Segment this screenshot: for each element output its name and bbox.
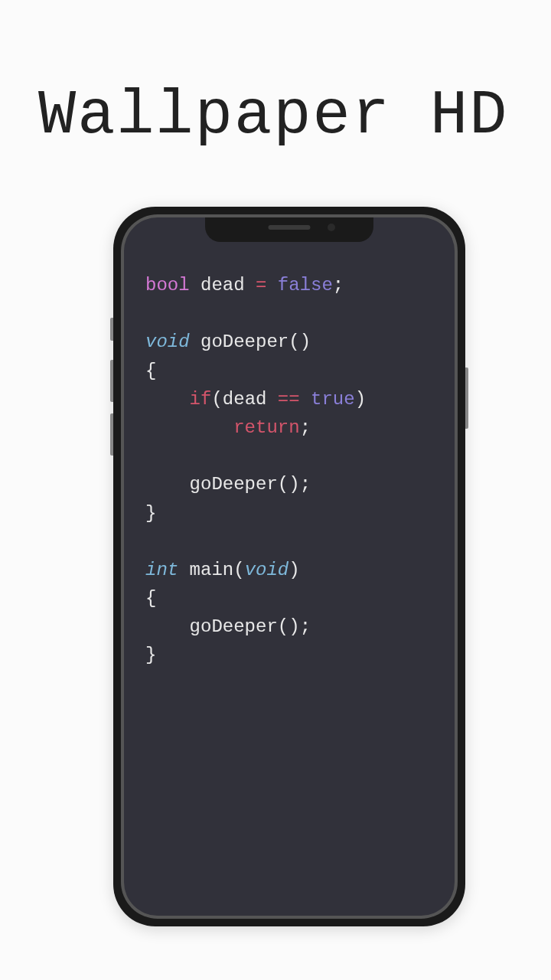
code-cond-close: ) [355,389,366,410]
speaker-icon [269,225,311,230]
code-indent [145,389,190,410]
code-space [266,275,277,296]
code-main-close: ) [289,560,299,580]
code-func-decl: goDeeper() [190,332,311,352]
code-indent [145,474,190,495]
code-indent [145,616,190,637]
code-cond-open: (dead [211,389,277,410]
code-op-eqeq: == [278,389,300,410]
code-keyword-bool: bool [145,275,190,296]
code-literal-false: false [278,275,333,296]
camera-icon [328,224,335,231]
code-wallpaper: bool dead = false; void goDeeper() { if(… [145,271,366,670]
code-ident-dead: dead [190,275,256,296]
code-rbrace: } [145,645,156,665]
code-keyword-if: if [190,389,212,410]
mute-switch [110,318,113,341]
volume-down-button [110,413,113,456]
code-literal-true: true [311,389,355,410]
code-call: goDeeper(); [190,616,311,637]
code-indent [145,417,233,438]
phone-bezel: bool dead = false; void goDeeper() { if(… [121,214,458,919]
code-call: goDeeper(); [190,474,311,495]
code-op-assign: = [256,275,266,296]
code-semi: ; [300,417,311,438]
code-rbrace: } [145,503,156,524]
code-lbrace: { [145,588,156,609]
code-keyword-int: int [145,560,178,580]
code-keyword-void: void [245,560,289,580]
phone-screen: bool dead = false; void goDeeper() { if(… [124,217,455,916]
code-keyword-void: void [145,332,190,352]
power-button [465,368,468,429]
code-lbrace: { [145,361,156,381]
volume-up-button [110,360,113,402]
phone-mockup: bool dead = false; void goDeeper() { if(… [113,207,465,926]
code-keyword-return: return [233,417,299,438]
code-main-open: main( [178,560,244,580]
code-space [300,389,311,410]
code-semi: ; [333,275,344,296]
phone-notch [205,217,373,242]
page-title: Wallpaper HD [38,80,509,152]
